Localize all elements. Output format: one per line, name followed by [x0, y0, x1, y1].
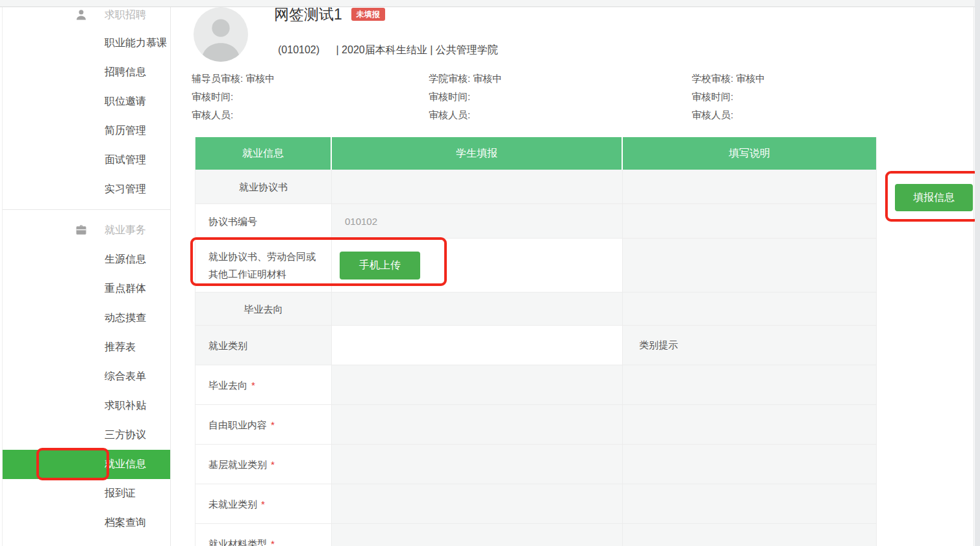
student-fill-cell [332, 326, 623, 365]
table-header-student-fill: 学生填报 [332, 137, 623, 170]
required-asterisk: * [271, 456, 275, 473]
sidebar-item-label: 报到证 [105, 487, 136, 500]
cell-note: 类别提示 [639, 339, 678, 352]
student-fill-cell [332, 365, 623, 404]
fill-note-cell [623, 292, 876, 325]
audit-column-college: 学院审核: 审核中 审核时间: 审核人员: [429, 70, 502, 124]
sidebar-item-label: 实习管理 [105, 183, 146, 196]
sidebar-item-label: 档案查询 [105, 516, 146, 530]
student-meta: | 2020届本科生结业 | 公共管理学院 [336, 44, 498, 55]
row-label: 就业协议书 [239, 178, 288, 196]
sidebar-section-header: 就业事务 [3, 222, 170, 238]
fill-note-cell [623, 170, 876, 203]
briefcase-icon [74, 223, 88, 237]
audit-status-value: 审核中 [245, 73, 275, 84]
cell-value: 010102 [345, 216, 377, 227]
audit-staff-label: 审核人员: [192, 106, 275, 124]
fill-note-cell: 类别提示 [623, 326, 876, 365]
table-row: 自由职业内容* [195, 405, 876, 445]
row-label-cell: 毕业去向 [195, 292, 332, 325]
mobile-upload-button[interactable]: 手机上传 [340, 252, 420, 280]
person-silhouette-icon [194, 7, 248, 62]
sidebar-section-title: 就业事务 [105, 224, 146, 237]
student-fill-cell [332, 170, 623, 203]
table-header-row: 就业信息 学生填报 填写说明 [195, 137, 876, 170]
required-asterisk: * [251, 376, 255, 394]
required-asterisk: * [271, 416, 275, 434]
table-row: 毕业去向 [195, 292, 876, 326]
user-icon [74, 8, 88, 22]
audit-time-label: 审核时间: [192, 88, 275, 106]
student-fill-cell [332, 445, 623, 484]
student-code: (010102) [278, 44, 320, 55]
audit-role-label: 学校审核: [692, 73, 733, 84]
sidebar-item[interactable]: 重点群体 [3, 274, 170, 304]
sidebar-item[interactable]: 招聘信息 [3, 58, 170, 87]
sidebar-item[interactable]: 面试管理 [3, 146, 170, 175]
sidebar-section-title: 求职招聘 [105, 8, 146, 22]
audit-staff-label: 审核人员: [692, 106, 765, 124]
table-header-fill-note: 填写说明 [623, 137, 876, 170]
sidebar-item-label: 职业能力慕课 [105, 36, 167, 50]
sidebar-item[interactable]: 综合表单 [3, 362, 170, 391]
sidebar-item[interactable]: 实习管理 [3, 175, 170, 204]
fill-note-cell [623, 484, 876, 523]
row-label-cell: 就业材料类型* [195, 524, 332, 546]
sidebar-item-label: 求职补贴 [105, 399, 146, 413]
sidebar-section: 就业事务生源信息重点群体动态摸查推荐表综合表单求职补贴三方协议就业信息报到证档案… [3, 222, 170, 538]
row-label-cell: 自由职业内容* [195, 405, 332, 444]
row-label-cell: 就业协议书 [195, 170, 332, 203]
sidebar-item[interactable]: 报到证 [3, 479, 170, 508]
fill-note-cell [623, 445, 876, 484]
sidebar-section: 求职招聘职业能力慕课招聘信息职位邀请简历管理面试管理实习管理 [3, 7, 170, 204]
sidebar-item-label: 动态摸查 [105, 311, 146, 325]
sidebar-nav: 求职招聘职业能力慕课招聘信息职位邀请简历管理面试管理实习管理就业事务生源信息重点… [2, 7, 171, 546]
main-panel: 网签测试1 未填报 (010102) | 2020届本科生结业 | 公共管理学院… [183, 7, 974, 546]
row-label: 就业类别 [208, 337, 247, 354]
annotation-box-active-item [36, 448, 109, 480]
fill-info-button[interactable]: 填报信息 [895, 184, 973, 211]
table-row: 就业协议书、劳动合同或其他工作证明材料手机上传 [195, 239, 876, 292]
fill-note-cell [623, 239, 876, 292]
row-label-cell: 就业协议书、劳动合同或其他工作证明材料 [195, 239, 332, 292]
row-label-cell: 毕业去向* [195, 365, 332, 404]
fill-note-cell [623, 524, 876, 546]
sidebar-item-label: 就业信息 [105, 458, 146, 471]
student-fill-cell [332, 405, 623, 444]
sidebar-item-label: 面试管理 [105, 153, 146, 167]
fill-note-cell [623, 365, 876, 404]
sidebar-item[interactable]: 推荐表 [3, 333, 170, 362]
sidebar-item-label: 推荐表 [105, 341, 136, 354]
student-fill-cell [332, 292, 623, 325]
avatar [194, 7, 248, 62]
sidebar-item[interactable]: 求职补贴 [3, 391, 170, 421]
row-label-cell: 未就业类别* [195, 484, 332, 523]
sidebar-item[interactable]: 简历管理 [3, 116, 170, 146]
row-label-cell: 就业类别 [195, 326, 332, 365]
sidebar-section-header: 求职招聘 [3, 7, 170, 23]
sidebar-item[interactable]: 职业能力慕课 [3, 29, 170, 58]
sidebar-item[interactable]: 三方协议 [3, 421, 170, 450]
audit-status-line: 辅导员审核: 审核中 [192, 70, 275, 88]
required-asterisk: * [261, 495, 265, 513]
audit-time-label: 审核时间: [429, 88, 502, 106]
table-row: 协议书编号010102 [195, 204, 876, 239]
table-row: 就业材料类型* [195, 524, 876, 546]
table-row: 就业类别类别提示 [195, 326, 876, 365]
sidebar-divider [3, 209, 170, 210]
sidebar-item[interactable]: 动态摸查 [3, 304, 170, 333]
sidebar-item[interactable]: 职位邀请 [3, 87, 170, 116]
sidebar-item[interactable]: 档案查询 [3, 508, 170, 538]
row-label-cell: 基层就业类别* [195, 445, 332, 484]
audit-time-label: 审核时间: [692, 88, 765, 106]
table-row: 未就业类别* [195, 484, 876, 524]
sidebar-item[interactable]: 生源信息 [3, 245, 170, 274]
profile-subtitle: (010102) | 2020届本科生结业 | 公共管理学院 [278, 44, 498, 57]
row-label: 毕业去向 [244, 300, 283, 318]
sidebar-item-label: 重点群体 [105, 282, 146, 296]
page-scrollbar[interactable] [975, 0, 980, 546]
audit-column-school: 学校审核: 审核中 审核时间: 审核人员: [692, 70, 765, 124]
sidebar-item-label: 综合表单 [105, 370, 146, 384]
audit-column-counselor: 辅导员审核: 审核中 审核时间: 审核人员: [192, 70, 275, 124]
sidebar-item-active[interactable]: 就业信息 [3, 450, 170, 479]
